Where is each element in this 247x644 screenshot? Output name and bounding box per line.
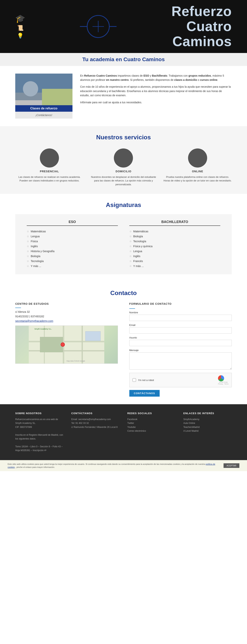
list-item: ☆Matemáticas bbox=[27, 229, 118, 234]
bachillerato-list: ☆Matemáticas ☆Biología ☆Tecnología ☆Físi… bbox=[129, 229, 220, 268]
service-domicilio-desc: Nuestros docentes se desplazan al domici… bbox=[89, 175, 158, 186]
svg-rect-15 bbox=[40, 337, 63, 352]
list-item: ☆Matemáticas bbox=[129, 229, 220, 234]
list-item: ☆Y más ... bbox=[129, 264, 220, 268]
footer-enlace-aula[interactable]: Aula Online bbox=[183, 421, 232, 425]
email-field: Email bbox=[129, 324, 232, 334]
star-icon: ☆ bbox=[27, 250, 29, 253]
star-icon: ☆ bbox=[27, 264, 29, 268]
service-presencial-icon bbox=[40, 148, 59, 168]
footer-contact-address: c/ Raimundo Fernández Villaverde 26 Loca… bbox=[71, 425, 120, 429]
asunto-label: Asunto bbox=[129, 336, 232, 339]
footer-redes-email[interactable]: Correo electrónico bbox=[127, 429, 176, 433]
form-heading: FORMULARIO DE CONTACTO bbox=[129, 302, 232, 305]
header: 🎓 📜 💡 Refuerzo Cuatro Caminos bbox=[0, 0, 247, 53]
bachillerato-heading: BACHILLERATO bbox=[129, 220, 220, 226]
scroll-icon: 📜 bbox=[17, 25, 24, 31]
recaptcha-text: reCAPTCHAPrivacy - Terms bbox=[218, 381, 228, 385]
list-item: ☆Biología bbox=[27, 254, 118, 259]
footer-enlaces-heading: ENLACES DE INTERÉS bbox=[183, 412, 232, 415]
mensaje-label: Mensaje bbox=[129, 349, 232, 352]
footer-enlace-smyth[interactable]: SmythAcademy bbox=[183, 418, 232, 421]
intro-para3: Infórmate para ver cuál se ajusta a tus … bbox=[80, 100, 232, 104]
recaptcha-logo: reCAPTCHAPrivacy - Terms bbox=[218, 375, 228, 385]
svg-point-5 bbox=[23, 81, 38, 96]
map-inner: Smyth Academy S.L. Map data ©2018 Google bbox=[16, 326, 118, 364]
list-item: ☆Física y química bbox=[129, 244, 220, 249]
logo-circle bbox=[87, 15, 110, 38]
formulario-contacto: FORMULARIO DE CONTACTO Nombre Email Asun… bbox=[129, 302, 232, 396]
service-online: ONLINE Prueba nuestra plataforma online … bbox=[163, 148, 232, 186]
bachillerato-column: BACHILLERATO ☆Matemáticas ☆Biología ☆Tec… bbox=[129, 220, 220, 268]
star-icon: ☆ bbox=[27, 235, 29, 238]
subtitle-text: Tu academia en Cuatro Caminos bbox=[4, 56, 243, 62]
asignaturas-grid: ESO ☆Matemáticas ☆Lengua ☆Física ☆Inglés… bbox=[15, 214, 232, 274]
recaptcha-icon bbox=[218, 375, 224, 381]
asignaturas-title: Asignaturas bbox=[15, 202, 232, 208]
centro-email[interactable]: secretaria@smythacademy.com bbox=[15, 320, 118, 322]
service-domicilio-icon bbox=[114, 148, 133, 168]
services-title: Nuestros servicios bbox=[15, 134, 232, 141]
nombre-input[interactable] bbox=[129, 315, 232, 321]
cookie-accept-button[interactable]: ACEPTAR bbox=[223, 463, 239, 468]
service-online-icon bbox=[188, 148, 207, 168]
header-title: Refuerzo Cuatro Caminos bbox=[171, 4, 232, 49]
centro-estudios: CENTRO DE ESTUDIOS c/ Alenza 32 91402333… bbox=[15, 302, 118, 396]
star-icon: ☆ bbox=[129, 264, 132, 268]
nombre-label: Nombre bbox=[129, 311, 232, 314]
graduation-icon: 🎓 bbox=[15, 14, 25, 23]
intro-image-box: 📚 Clases de refuerzo ¡Contáctanos! bbox=[15, 74, 73, 118]
footer-enlaces: ENLACES DE INTERÉS SmythAcademy Aula Onl… bbox=[183, 412, 232, 452]
footer-enlace-alevel[interactable]: A Level Madrid bbox=[183, 429, 232, 433]
submit-button[interactable]: CONTÁCTANOS bbox=[129, 390, 160, 396]
asunto-field: Asunto bbox=[129, 336, 232, 346]
asunto-input[interactable] bbox=[129, 340, 232, 346]
services-grid: PRESENCIAL Las clases de refuerzo se rea… bbox=[15, 148, 232, 186]
mensaje-input[interactable] bbox=[129, 352, 232, 370]
recaptcha-box: I'm not a robot reCAPTCHAPrivacy - Terms bbox=[129, 373, 232, 387]
footer: SOBRE NOSOTROS Refuerzocuatrocaminos.es … bbox=[0, 404, 247, 460]
eso-column: ESO ☆Matemáticas ☆Lengua ☆Física ☆Inglés… bbox=[27, 220, 118, 268]
map-placeholder[interactable]: Smyth Academy S.L. Map data ©2018 Google bbox=[15, 326, 118, 364]
svg-text:Map data ©2018 Google: Map data ©2018 Google bbox=[67, 360, 85, 362]
intro-cta[interactable]: ¡Contáctanos! bbox=[15, 112, 73, 118]
footer-redes-facebook[interactable]: Facebook bbox=[127, 418, 176, 421]
intro-para2: Con más de 10 años de experiencia en el … bbox=[80, 84, 232, 98]
footer-contactanos: CONTÁCTANOS Email: secretaria@smythacade… bbox=[71, 412, 120, 452]
centro-info: c/ Alenza 32 914023332 | 637493182 secre… bbox=[15, 310, 118, 322]
list-item: ☆Francés bbox=[129, 259, 220, 264]
footer-enlace-teachers[interactable]: TeachersMadrid bbox=[183, 425, 232, 429]
svg-rect-18 bbox=[85, 332, 101, 341]
star-icon: ☆ bbox=[129, 230, 132, 233]
list-item: ☆Lengua bbox=[27, 234, 118, 239]
service-online-desc: Prueba nuestra plataforma online con cla… bbox=[163, 175, 232, 182]
list-item: ☆Inglés bbox=[129, 254, 220, 259]
list-item: ☆Lengua bbox=[129, 249, 220, 254]
list-item: ☆Tecnología bbox=[129, 239, 220, 244]
svg-text:Smyth Academy S.L.: Smyth Academy S.L. bbox=[34, 328, 52, 330]
centro-heading: CENTRO DE ESTUDIOS bbox=[15, 302, 118, 305]
footer-redes: REDES SOCIALES Facebook Twitter Youtube … bbox=[127, 412, 176, 452]
svg-rect-13 bbox=[82, 326, 83, 364]
eso-list: ☆Matemáticas ☆Lengua ☆Física ☆Inglés ☆Hi… bbox=[27, 229, 118, 268]
footer-redes-youtube[interactable]: Youtube bbox=[127, 425, 176, 429]
email-link[interactable]: secretaria@smythacademy.com bbox=[15, 320, 53, 322]
subtitle-bar: Tu academia en Cuatro Caminos bbox=[0, 53, 247, 66]
email-input[interactable] bbox=[129, 327, 232, 334]
footer-contactanos-heading: CONTÁCTANOS bbox=[71, 412, 120, 415]
contacto-grid: CENTRO DE ESTUDIOS c/ Alenza 32 91402333… bbox=[15, 302, 232, 396]
service-presencial: PRESENCIAL Las clases de refuerzo se rea… bbox=[15, 148, 84, 186]
footer-contact-tel: Tel: 91 402 33 32 bbox=[71, 421, 120, 425]
nombre-field: Nombre bbox=[129, 311, 232, 321]
footer-redes-twitter[interactable]: Twitter bbox=[127, 421, 176, 425]
list-item: ☆Biología bbox=[129, 234, 220, 239]
star-icon: ☆ bbox=[129, 250, 132, 253]
star-icon: ☆ bbox=[27, 240, 29, 243]
contacto-section: Contacto CENTRO DE ESTUDIOS c/ Alenza 32… bbox=[0, 282, 247, 404]
intro-text: En Refuerzo Cuatro Caminos impartimos cl… bbox=[80, 74, 232, 107]
recaptcha-checkbox[interactable] bbox=[133, 378, 136, 382]
star-icon: ☆ bbox=[129, 235, 132, 238]
star-icon: ☆ bbox=[27, 230, 29, 233]
footer-redes-heading: REDES SOCIALES bbox=[127, 412, 176, 415]
list-item: ☆Historia y Geografía bbox=[27, 249, 118, 254]
